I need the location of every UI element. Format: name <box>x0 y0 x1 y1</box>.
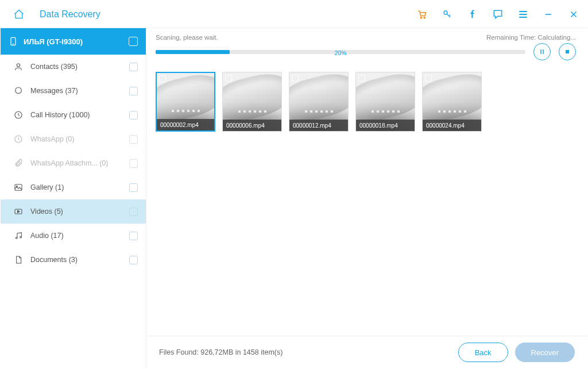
sidebar-item-label: Contacts (395) <box>30 63 78 71</box>
svg-point-0 <box>420 17 421 18</box>
videos-icon <box>13 207 24 216</box>
progress-status: Scaning, please wait. <box>156 34 218 41</box>
thumb-filename: 00000002.mp4 <box>157 119 214 130</box>
sidebar-item-checkbox[interactable] <box>129 207 138 216</box>
sidebar-item-callhistory[interactable]: Call History (1000) <box>1 103 146 127</box>
sidebar-item-checkbox[interactable] <box>129 111 138 120</box>
title-icons <box>416 9 579 20</box>
sidebar-item-checkbox[interactable] <box>129 256 138 264</box>
home-icon <box>13 9 25 20</box>
back-button[interactable]: Back <box>458 343 508 362</box>
svg-point-1 <box>424 17 425 18</box>
thumb-checkbox[interactable] <box>358 75 365 82</box>
sidebar-item-checkbox[interactable] <box>129 159 138 168</box>
sidebar-item-checkbox[interactable] <box>129 63 138 71</box>
attachment-icon <box>13 159 24 168</box>
progress-fill <box>156 50 230 54</box>
menu-button[interactable] <box>517 9 529 20</box>
device-checkbox[interactable] <box>129 37 138 46</box>
key-icon <box>442 9 452 20</box>
sidebar-item-label: Audio (17) <box>30 232 64 240</box>
video-thumbnail[interactable]: 00000018.mp4 <box>355 72 415 132</box>
svg-point-11 <box>16 237 17 239</box>
footer-summary: Files Found: 926,72MB in 1458 item(s) <box>159 348 283 356</box>
gallery-icon <box>13 183 24 192</box>
sidebar: ИЛЬЯ (GT-I9300) Contacts (395)Messages (… <box>1 28 146 368</box>
sidebar-item-attachment: WhatsApp Attachm... (0) <box>1 151 146 175</box>
thumb-checkbox[interactable] <box>159 75 166 82</box>
main-panel: Scaning, please wait. Remaining Time: Ca… <box>146 28 587 368</box>
thumb-filename: 00000018.mp4 <box>356 120 415 131</box>
progress-remaining: Remaining Time: Calculating... <box>486 34 576 41</box>
sidebar-item-checkbox[interactable] <box>129 183 138 192</box>
sidebar-item-label: Documents (3) <box>30 256 78 264</box>
minimize-icon <box>543 9 554 20</box>
stop-button[interactable] <box>559 43 576 60</box>
cart-icon <box>416 9 428 20</box>
pause-button[interactable] <box>533 43 551 60</box>
title-bar: Data Recovery <box>1 1 587 28</box>
key-button[interactable] <box>442 9 453 20</box>
sidebar-item-documents[interactable]: Documents (3) <box>1 248 146 272</box>
app-window: Data Recovery <box>0 0 588 369</box>
progress-bar: 20% <box>156 50 525 54</box>
page-title: Data Recovery <box>40 9 100 20</box>
thumb-filename: 00000024.mp4 <box>423 120 481 131</box>
video-thumbnail[interactable]: 00000002.mp4 <box>156 72 215 132</box>
pause-icon <box>539 48 546 55</box>
video-thumbnail[interactable]: 00000006.mp4 <box>222 72 282 132</box>
device-label: ИЛЬЯ (GT-I9300) <box>24 37 83 46</box>
progress-area: Scaning, please wait. Remaining Time: Ca… <box>146 28 587 65</box>
sidebar-item-checkbox[interactable] <box>129 135 138 144</box>
thumbnail-grid: 00000002.mp400000006.mp400000012.mp40000… <box>146 65 587 336</box>
facebook-button[interactable] <box>467 9 478 20</box>
sidebar-item-messages[interactable]: Messages (37) <box>1 79 146 103</box>
minimize-button[interactable] <box>543 9 554 20</box>
svg-point-9 <box>16 186 17 187</box>
thumb-checkbox[interactable] <box>225 75 232 82</box>
messages-icon <box>13 86 24 95</box>
svg-point-12 <box>20 236 22 238</box>
sidebar-item-checkbox[interactable] <box>129 87 138 95</box>
facebook-icon <box>468 9 477 20</box>
sidebar-item-label: Call History (1000) <box>30 111 90 119</box>
video-thumbnail[interactable]: 00000012.mp4 <box>289 72 349 132</box>
sidebar-item-label: WhatsApp (0) <box>30 135 74 143</box>
progress-percent: 20% <box>334 49 346 56</box>
sidebar-item-label: Gallery (1) <box>30 183 64 191</box>
thumb-filename: 00000006.mp4 <box>223 120 281 131</box>
video-thumbnail[interactable]: 00000024.mp4 <box>422 72 482 132</box>
thumb-checkbox[interactable] <box>425 75 432 82</box>
sidebar-item-videos[interactable]: Videos (5) <box>1 199 146 224</box>
phone-icon <box>9 36 18 47</box>
sidebar-item-gallery[interactable]: Gallery (1) <box>1 175 146 199</box>
sidebar-item-audio[interactable]: Audio (17) <box>1 224 146 248</box>
svg-rect-13 <box>566 50 569 53</box>
svg-rect-8 <box>15 184 22 191</box>
hamburger-icon <box>517 9 529 20</box>
audio-icon <box>13 231 24 240</box>
sidebar-item-checkbox[interactable] <box>129 232 138 240</box>
sidebar-item-label: Videos (5) <box>30 207 63 216</box>
sidebar-item-label: Messages (37) <box>30 87 78 95</box>
close-icon <box>568 9 579 20</box>
cart-button[interactable] <box>416 9 428 20</box>
whatsapp-icon <box>13 134 24 144</box>
stop-icon <box>564 48 571 55</box>
recover-button[interactable]: Recover <box>515 343 575 362</box>
sidebar-item-contacts[interactable]: Contacts (395) <box>1 55 146 79</box>
content-area: ИЛЬЯ (GT-I9300) Contacts (395)Messages (… <box>1 28 587 368</box>
feedback-button[interactable] <box>492 9 504 20</box>
speech-icon <box>492 9 504 20</box>
close-button[interactable] <box>568 9 579 20</box>
svg-point-2 <box>444 11 447 14</box>
callhistory-icon <box>13 110 24 120</box>
home-button[interactable] <box>9 4 29 25</box>
sidebar-item-whatsapp: WhatsApp (0) <box>1 127 146 151</box>
thumb-filename: 00000012.mp4 <box>289 120 348 131</box>
device-header[interactable]: ИЛЬЯ (GT-I9300) <box>1 28 146 55</box>
svg-point-4 <box>17 64 20 67</box>
sidebar-item-label: WhatsApp Attachm... (0) <box>30 159 108 167</box>
thumb-checkbox[interactable] <box>292 75 299 82</box>
footer-bar: Files Found: 926,72MB in 1458 item(s) Ba… <box>146 336 587 368</box>
